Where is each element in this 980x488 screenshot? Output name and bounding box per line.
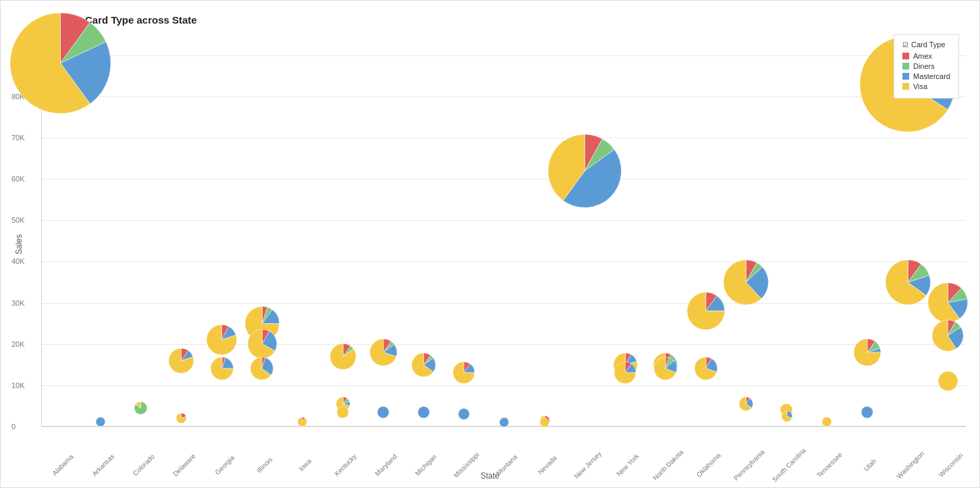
grid-line [42,97,966,97]
x-tick-label: Mississippi [452,451,481,479]
pie-chart [458,408,470,421]
y-tick-label: 20K [11,340,25,348]
pie-chart [210,356,234,381]
chart-title: Sales by Card Type across State [41,14,966,26]
x-tick-label: Colorado [132,453,156,477]
x-tick-label: Illinois [255,456,273,474]
pie-chart [931,319,964,352]
pie-chart [452,361,475,384]
plot-area: 010K20K30K40K50K60K70K80K90KAlabamaArkan… [41,34,966,427]
x-tick-label: Montana [495,453,518,477]
chart-container: Sales by Card Type across State Sales St… [0,0,980,488]
pie-chart [369,338,398,367]
pie-chart [539,417,550,428]
y-tick-label: 10K [11,381,25,389]
x-tick-label: Maryland [373,452,398,477]
legend-checkbox-icon: ☑ [902,41,908,49]
legend-item-diners: Diners [902,62,950,70]
x-tick-label: Pennsylvania [732,448,766,482]
y-tick-label: 70K [11,134,25,142]
pie-chart [547,134,622,209]
pie-chart [937,371,958,391]
pie-chart [336,406,349,418]
y-tick-label: 50K [11,216,25,224]
pie-chart [738,396,754,412]
pie-chart [417,406,430,418]
pie-chart [411,352,436,377]
pie-chart [250,356,274,381]
x-tick-label: Iowa [298,458,313,473]
pie-chart [653,356,678,381]
grid-line [42,344,966,345]
pie-chart [134,401,148,415]
pie-chart [247,329,277,359]
pie-chart [9,12,111,114]
pie-chart [686,292,726,331]
pie-chart [614,361,636,384]
x-tick-label: Wisconsin [937,452,964,479]
pie-chart [377,406,389,418]
grid-line [42,138,966,138]
legend-color-visa [902,83,909,90]
legend-item-mastercard: Mastercard [902,72,950,80]
x-tick-label: Nevada [537,454,558,476]
x-tick-label: South Carolina [771,447,808,484]
pie-chart [175,412,187,424]
x-tick-label: North Dakota [651,448,684,481]
pie-chart [885,259,931,306]
x-tick-label: Georgia [213,454,236,476]
legend: ☑ Card Type Amex Diners Mastercard Visa [894,34,959,99]
x-tick-label: Michigan [414,453,438,477]
grid-line [42,303,966,304]
pie-chart [95,416,106,427]
grid-line [42,55,966,56]
x-tick-label: Alabama [51,453,75,477]
pie-chart [206,324,238,356]
y-tick-label: 60K [11,175,25,183]
pie-chart [694,356,718,381]
x-tick-label: Tennessee [815,451,844,479]
legend-item-visa: Visa [902,82,950,90]
pie-chart [781,410,793,423]
x-tick-label: New Jersey [572,450,603,481]
y-axis-label: Sales [14,234,24,254]
x-tick-label: Kentucky [333,452,358,477]
grid-line [42,220,966,221]
x-tick-label: New York [615,452,641,478]
legend-title: ☑ Card Type [902,40,950,49]
legend-color-mastercard [902,73,909,80]
pie-chart [297,416,308,427]
x-tick-label: Oklahoma [695,452,722,479]
pie-chart [861,406,873,418]
legend-color-diners [902,63,909,70]
y-tick-label: 30K [11,299,25,307]
pie-chart [168,348,194,374]
pie-chart [927,282,969,323]
grid-line [42,385,966,386]
pie-chart [499,417,510,428]
y-tick-label: 40K [11,257,25,265]
pie-chart [329,343,356,370]
x-tick-label: Arkansas [90,452,115,477]
y-tick-label: 0 [11,423,16,431]
pie-chart [821,416,832,427]
x-tick-label: Utah [863,458,878,473]
grid-line [42,261,966,262]
grid-line [42,179,966,180]
x-tick-label: Delaware [171,452,197,478]
pie-chart [723,259,769,306]
pie-chart [853,338,881,367]
legend-item-amex: Amex [902,52,950,60]
x-tick-label: Washington [895,450,925,480]
legend-color-amex [902,53,909,59]
